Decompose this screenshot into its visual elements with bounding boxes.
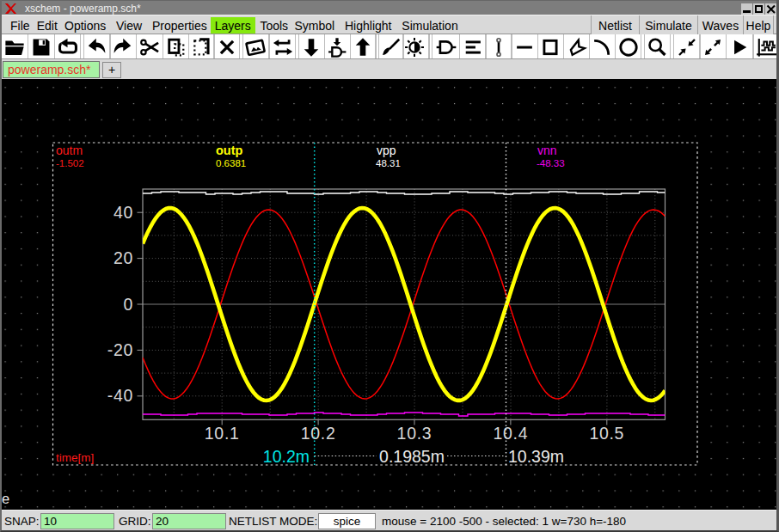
- svg-text:10.39m: 10.39m: [508, 447, 564, 466]
- svg-text:outp: outp: [216, 144, 243, 157]
- svg-text:10.2: 10.2: [301, 424, 336, 443]
- svg-text:vnn: vnn: [537, 144, 557, 157]
- svg-text:e: e: [2, 491, 9, 506]
- svg-text:-40: -40: [107, 386, 133, 405]
- svg-text:0.6381: 0.6381: [216, 158, 246, 168]
- svg-text:0.1985m: 0.1985m: [379, 447, 445, 466]
- svg-text:outm: outm: [56, 144, 83, 157]
- svg-text:vpp: vpp: [377, 144, 396, 157]
- svg-text:10.3: 10.3: [397, 424, 432, 443]
- svg-text:10.4: 10.4: [494, 424, 529, 443]
- svg-text:10.2m: 10.2m: [263, 447, 310, 466]
- svg-text:-48.33: -48.33: [537, 158, 565, 168]
- svg-text:time[m]: time[m]: [56, 451, 94, 464]
- svg-text:40: 40: [113, 203, 133, 222]
- svg-text:10.5: 10.5: [589, 424, 624, 443]
- svg-text:48.31: 48.31: [376, 158, 401, 168]
- svg-text:20: 20: [113, 248, 133, 267]
- svg-text:-1.502: -1.502: [56, 158, 84, 168]
- svg-text:10.1: 10.1: [205, 424, 240, 443]
- svg-text:-20: -20: [107, 340, 133, 359]
- svg-text:0: 0: [123, 295, 133, 314]
